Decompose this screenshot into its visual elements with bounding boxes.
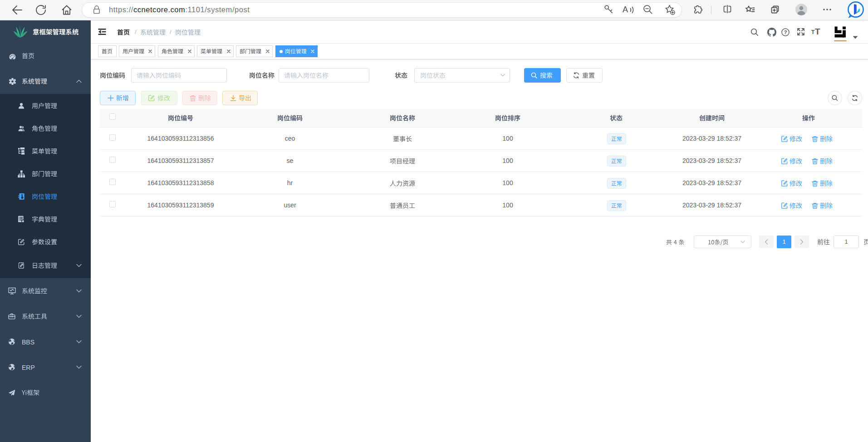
svg-text:?: ?	[784, 29, 787, 35]
